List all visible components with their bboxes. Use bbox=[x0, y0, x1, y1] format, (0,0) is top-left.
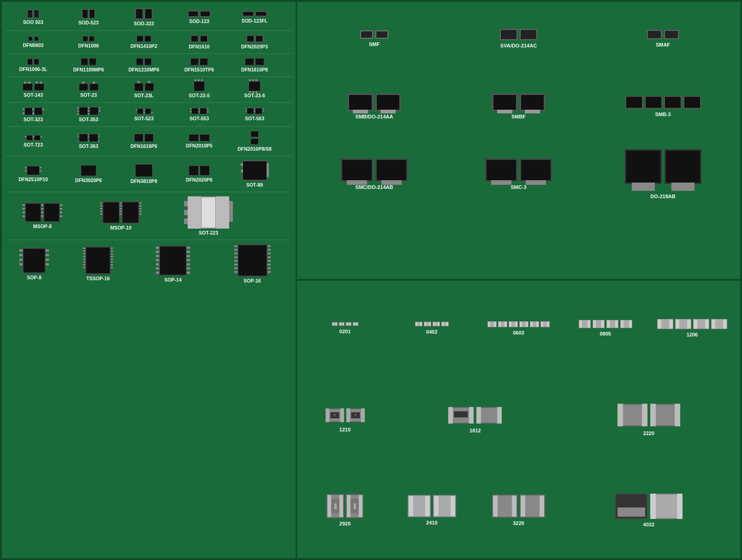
cell-0201: 0201 bbox=[304, 285, 386, 372]
row-sot2: SOT-323 bbox=[6, 105, 292, 124]
pkg-icon-do218ab bbox=[625, 149, 701, 191]
pkg-sot223: SOT-223 bbox=[162, 195, 255, 237]
label-sop16: SOP-16 bbox=[243, 278, 261, 283]
label-smb: SMB/DO-214AA bbox=[356, 114, 393, 119]
label-sot235: SOT-23-5 bbox=[189, 93, 210, 98]
pkg-icon-0603 bbox=[487, 321, 550, 327]
separator-6 bbox=[6, 156, 292, 156]
pkg-sod123fl: SOD-123FL bbox=[227, 9, 282, 25]
label-1812: 1812 bbox=[469, 428, 481, 433]
label-sot89: SOT-89 bbox=[246, 182, 263, 188]
label-sot353: SOT-353 bbox=[79, 117, 98, 122]
label-dfn3020p6: DFN3020P6 bbox=[75, 177, 102, 183]
pkg-icon-2410 bbox=[408, 495, 456, 517]
pkg-dfn1410p2: DFN1410P2 bbox=[116, 34, 172, 51]
cell-0603: 0603 bbox=[477, 285, 559, 372]
label-sot563: SOT-563 bbox=[245, 116, 264, 121]
cell-do218ab: DO-218AB bbox=[593, 142, 733, 206]
separator-4 bbox=[6, 102, 292, 103]
pkg-icon-dfn3810p9 bbox=[135, 164, 153, 177]
pkg-icon-dfn1006 bbox=[83, 36, 95, 41]
pkg-icon-dfn1410p2 bbox=[137, 35, 151, 42]
pkg-dfn3810p9: DFN3810P9 bbox=[116, 162, 172, 186]
label-sot223: SOT-223 bbox=[199, 230, 218, 236]
row-dfn3: DFN2510P10 DFN3020P6 DFN3810P9 bbox=[6, 159, 292, 189]
pkg-dfn1610: DFN1610 bbox=[172, 33, 227, 51]
pkg-icon-4032 bbox=[615, 494, 683, 519]
pkg-msop8: MSOP-8 bbox=[6, 201, 79, 231]
pkg-dfn2020p6: DFN2020P6 bbox=[172, 164, 227, 184]
label-sod323: SOD-323 bbox=[134, 21, 154, 26]
label-smc3: SMC-3 bbox=[510, 184, 526, 190]
pkg-dfn1109mp6: DFN1109MP6 bbox=[61, 56, 116, 74]
pkg-icon-smb3 bbox=[625, 96, 701, 109]
pkg-tssop16: TSSOP-16 bbox=[63, 245, 133, 283]
label-2220: 2220 bbox=[643, 430, 654, 436]
pkg-sot89: SOT-89 bbox=[227, 159, 282, 189]
label-smc: SMC/DO-214AB bbox=[356, 184, 393, 190]
label-dfn2010p8s8: DFN2010P8/S8 bbox=[237, 146, 272, 152]
label-sot323: SOT-323 bbox=[24, 117, 43, 122]
row-sop: SOP-8 bbox=[6, 242, 292, 285]
cell-1206: 1206 bbox=[651, 285, 733, 372]
label-dfn2510p10: DFN2510P10 bbox=[18, 177, 48, 182]
row-dfn1: DFN0603 DFN1006 DFN1410P bbox=[6, 33, 292, 51]
cell-2920: 300 300 2920 bbox=[304, 467, 386, 554]
label-sot143: SOT-143 bbox=[24, 92, 43, 98]
pkg-sop16: SOP-16 bbox=[213, 242, 292, 285]
pkg-icon-dfn1006-3l bbox=[27, 59, 39, 65]
pkg-icon-sod123 bbox=[188, 11, 211, 17]
label-0805: 0805 bbox=[600, 331, 611, 336]
label-dfn0603: DFN0603 bbox=[23, 42, 44, 48]
label-4032: 4032 bbox=[643, 522, 654, 527]
separator-8 bbox=[6, 240, 292, 240]
pkg-icon-smb bbox=[348, 94, 401, 111]
pkg-dfn1210mp6: DFN1210MP6 bbox=[116, 56, 172, 74]
pkg-icon-1812 bbox=[448, 406, 502, 425]
cell-1812: 1812 bbox=[391, 376, 559, 463]
pkg-dfn2010p8s8: DFN2010P8/S8 bbox=[227, 129, 282, 153]
pkg-sot236: SOT-23-6 bbox=[227, 79, 282, 100]
label-dfn1616p6: DFN1616P6 bbox=[131, 143, 157, 149]
separator-3 bbox=[6, 77, 292, 77]
label-sot236: SOT-23-6 bbox=[244, 93, 265, 98]
row-sot3: SOT-723 bbox=[6, 129, 292, 153]
label-sot523: SOT-523 bbox=[134, 116, 154, 121]
label-0603: 0603 bbox=[513, 330, 524, 336]
pkg-icon-sot353 bbox=[79, 107, 99, 115]
pkg-icon-dfn0603 bbox=[28, 36, 39, 41]
pkg-sop8: SOP-8 bbox=[6, 246, 63, 282]
pkg-icon-sot563 bbox=[247, 108, 262, 114]
label-dfn2020p6: DFN2020P6 bbox=[186, 177, 213, 183]
row-msop: MSOP-8 bbox=[6, 195, 292, 237]
pkg-sot323: SOT-323 bbox=[6, 106, 61, 124]
label-sop8: SOP-8 bbox=[27, 275, 42, 280]
pkg-icon-dfn3020p6 bbox=[81, 165, 96, 176]
pkg-dfn1510tp6: DFN1510TP6 bbox=[172, 56, 227, 74]
pkg-icon-2220 bbox=[617, 402, 680, 428]
pkg-sot553: SOT-553 bbox=[172, 106, 227, 123]
pkg-icon-msop10 bbox=[102, 201, 139, 224]
label-msop8: MSOP-8 bbox=[33, 224, 52, 229]
label-sva: SVA/DO-214AC bbox=[500, 43, 537, 48]
label-sod523: SOD-523 bbox=[78, 20, 99, 25]
label-sop14: SOP-14 bbox=[164, 277, 181, 283]
pkg-icon-smc bbox=[341, 159, 408, 182]
pkg-dfn2020p3: DFN2020P3 bbox=[227, 33, 282, 51]
right-bottom-panel: 0201 0402 bbox=[297, 280, 740, 559]
label-dfn1210mp6: DFN1210MP6 bbox=[129, 67, 160, 72]
label-dfn3810p9: DFN3810P9 bbox=[131, 178, 157, 184]
pkg-icon-dfn1610 bbox=[190, 35, 208, 42]
label-sot23l: SOT-23L bbox=[134, 93, 154, 98]
pkg-icon-sot23l bbox=[134, 81, 154, 91]
row-sot1: SOT-143 SOT-23 bbox=[6, 79, 292, 100]
row-sod: SOO 923 SOD-523 SOD-323 bbox=[6, 6, 292, 28]
pkg-dfn2010p5: DFN2010P5 bbox=[172, 132, 227, 150]
pkg-icon-1210: S S bbox=[326, 407, 365, 424]
label-3220: 3220 bbox=[513, 520, 524, 526]
label-smaf: SMAF bbox=[656, 42, 670, 47]
pkg-icon-sot323 bbox=[24, 107, 42, 115]
pkg-icon-dfn2010p8s8 bbox=[250, 131, 259, 145]
separator-5 bbox=[6, 126, 292, 127]
label-0402: 0402 bbox=[426, 329, 437, 335]
